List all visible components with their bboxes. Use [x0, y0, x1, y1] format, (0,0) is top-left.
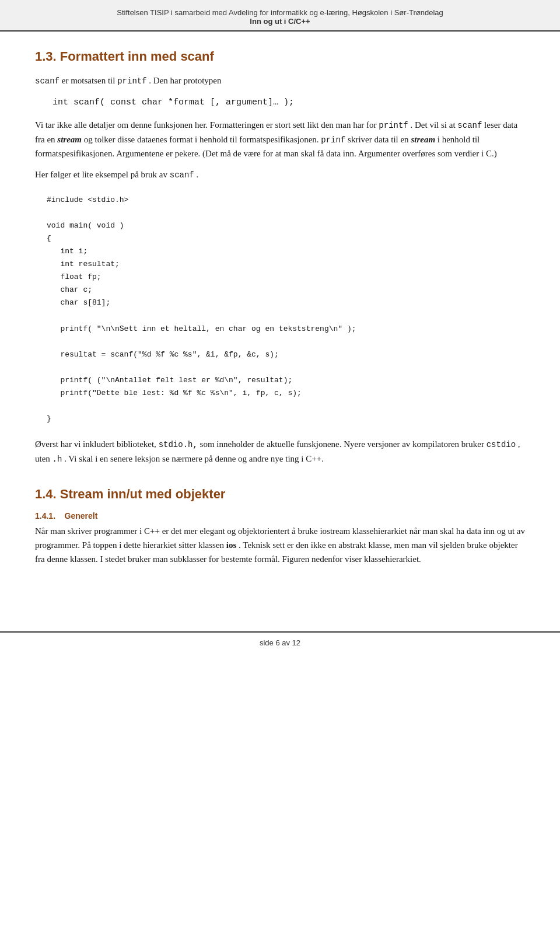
section-1-4-1-number: 1.4.1. Generelt [35, 511, 525, 521]
h-ref: .h [52, 455, 62, 464]
page-container: Stiftelsen TISIP i samarbeid med Avdelin… [0, 0, 560, 653]
page-footer: side 6 av 12 [0, 631, 560, 653]
main-content: 1.3. Formattert inn med scanf scanf er m… [0, 32, 560, 608]
printf-inline: printf [117, 76, 146, 86]
section-1-3-heading: 1.3. Formattert inn med scanf [35, 49, 525, 64]
section-1-3-para4: Øverst har vi inkludert biblioteket, std… [35, 437, 525, 466]
section-1-4-heading: 1.4. Stream inn/ut med objekter [35, 487, 525, 502]
section-1-4-1-para1: Når man skriver programmer i C++ er det … [35, 524, 525, 566]
stdio-ref: stdio.h, [159, 440, 198, 449]
cstdio-ref: cstdio [487, 440, 516, 449]
prinf-ref: prinf [321, 135, 345, 145]
scanf-inline: scanf [35, 76, 60, 86]
section-1-3-para1: scanf er motsatsen til printf . Den har … [35, 74, 525, 88]
footer-text: side 6 av 12 [260, 638, 300, 647]
section-1-3-para2: Vi tar ikke alle detaljer om denne funks… [35, 118, 525, 160]
section-1-3-para3: Her følger et lite eksempel på bruk av s… [35, 167, 525, 181]
header-line1: Stiftelsen TISIP i samarbeid med Avdelin… [117, 8, 443, 17]
printf-ref: printf [379, 121, 408, 130]
code-example: #include <stdio.h> void main( void ) { i… [35, 194, 525, 426]
ios-class: ios [226, 540, 237, 550]
header-line2: Inn og ut i C/C++ [250, 17, 310, 26]
page-header: Stiftelsen TISIP i samarbeid med Avdelin… [0, 0, 560, 32]
scanf-ref2: scanf [457, 121, 482, 130]
scanf-ref3: scanf [170, 170, 194, 180]
prototype-block: int scanf( const char *format [, argumen… [52, 96, 525, 110]
prototype-text: int scanf( const char *format [, argumen… [52, 97, 294, 107]
